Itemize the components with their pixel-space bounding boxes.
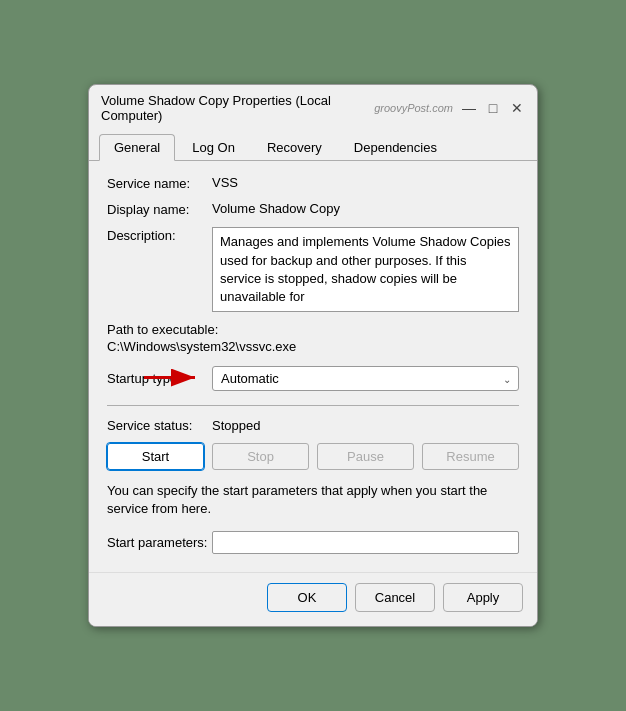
ok-button[interactable]: OK	[267, 583, 347, 612]
close-button[interactable]: ✕	[507, 98, 527, 118]
description-row: Description: Manages and implements Volu…	[107, 227, 519, 312]
tab-logon[interactable]: Log On	[177, 134, 250, 161]
minimize-button[interactable]: —	[459, 98, 479, 118]
startup-select-wrapper: Automatic Automatic (Delayed Start) Manu…	[212, 366, 519, 391]
tab-bar: General Log On Recovery Dependencies	[89, 127, 537, 161]
stop-button[interactable]: Stop	[212, 443, 309, 470]
divider	[107, 405, 519, 406]
service-status-value: Stopped	[212, 418, 260, 433]
path-label: Path to executable:	[107, 322, 519, 337]
display-name-value: Volume Shadow Copy	[212, 201, 340, 216]
red-arrow-icon	[140, 362, 205, 392]
apply-button[interactable]: Apply	[443, 583, 523, 612]
cancel-button[interactable]: Cancel	[355, 583, 435, 612]
path-section: Path to executable: C:\Windows\system32\…	[107, 322, 519, 354]
pause-button[interactable]: Pause	[317, 443, 414, 470]
watermark: groovyPost.com	[374, 102, 453, 114]
bottom-bar: OK Cancel Apply	[89, 572, 537, 626]
title-bar: Volume Shadow Copy Properties (Local Com…	[89, 85, 537, 127]
tab-general[interactable]: General	[99, 134, 175, 161]
service-status-label: Service status:	[107, 418, 212, 433]
service-control-buttons: Start Stop Pause Resume	[107, 443, 519, 470]
tab-recovery[interactable]: Recovery	[252, 134, 337, 161]
service-name-label: Service name:	[107, 175, 212, 191]
display-name-label: Display name:	[107, 201, 212, 217]
startup-type-select[interactable]: Automatic Automatic (Delayed Start) Manu…	[212, 366, 519, 391]
service-status-row: Service status: Stopped	[107, 418, 519, 433]
tab-content: Service name: VSS Display name: Volume S…	[89, 161, 537, 571]
display-name-row: Display name: Volume Shadow Copy	[107, 201, 519, 217]
window-controls: — □ ✕	[459, 98, 527, 118]
description-text: Manages and implements Volume Shadow Cop…	[212, 227, 519, 312]
start-params-input[interactable]	[212, 531, 519, 554]
resume-button[interactable]: Resume	[422, 443, 519, 470]
start-params-row: Start parameters:	[107, 531, 519, 554]
start-params-label: Start parameters:	[107, 535, 212, 550]
startup-type-row: Startup type: Automatic Autom	[107, 366, 519, 391]
tab-dependencies[interactable]: Dependencies	[339, 134, 452, 161]
properties-dialog: Volume Shadow Copy Properties (Local Com…	[88, 84, 538, 626]
path-value: C:\Windows\system32\vssvc.exe	[107, 339, 519, 354]
description-label: Description:	[107, 227, 212, 243]
service-name-row: Service name: VSS	[107, 175, 519, 191]
start-button[interactable]: Start	[107, 443, 204, 470]
maximize-button[interactable]: □	[483, 98, 503, 118]
hint-text: You can specify the start parameters tha…	[107, 482, 519, 518]
service-name-value: VSS	[212, 175, 238, 190]
window-title: Volume Shadow Copy Properties (Local Com…	[101, 93, 374, 123]
